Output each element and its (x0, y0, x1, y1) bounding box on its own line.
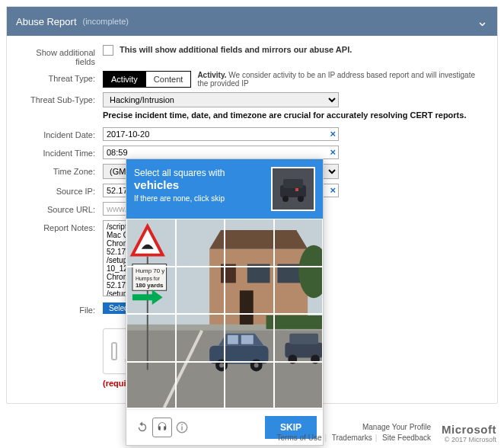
svg-rect-2 (283, 179, 303, 188)
collapse-icon[interactable]: ⌄ (477, 13, 488, 30)
clear-icon[interactable]: × (330, 147, 336, 158)
info-icon[interactable] (172, 418, 192, 437)
captcha-tile[interactable] (126, 267, 176, 315)
captcha-tile[interactable] (274, 219, 324, 267)
captcha-tile[interactable] (126, 314, 176, 362)
captcha-tile[interactable] (274, 362, 324, 410)
label-timezone: Time Zone: (19, 164, 103, 176)
recaptcha-checkbox[interactable] (111, 342, 117, 360)
captcha-tile[interactable] (176, 219, 225, 267)
captcha-tile[interactable] (225, 362, 274, 410)
panel-title: Abuse Report (16, 16, 77, 27)
label-show-additional: Show additional fields (19, 45, 103, 66)
label-source-url: Source URL: (19, 202, 103, 214)
label-incident-date: Incident Date: (19, 127, 103, 139)
svg-point-3 (282, 196, 289, 202)
svg-rect-5 (295, 188, 298, 191)
panel-header: Abuse Report (incomplete) ⌄ (7, 7, 497, 36)
svg-rect-36 (181, 424, 183, 426)
threat-type-desc: Activity. We consider activity to be an … (197, 71, 485, 88)
captcha-tile[interactable] (176, 267, 225, 315)
captcha-header: Select all squares with vehicles If ther… (126, 159, 323, 219)
captcha-tile[interactable] (126, 219, 176, 267)
panel-status: (incomplete) (83, 17, 129, 26)
tab-activity[interactable]: Activity (103, 71, 146, 88)
footer: Manage Your Profile Terms of Use| Tradem… (277, 422, 496, 443)
link-feedback[interactable]: Site Feedback (382, 434, 431, 442)
captcha-thumbnail (271, 167, 315, 211)
captcha-tile[interactable] (274, 314, 324, 362)
captcha-tile[interactable] (225, 267, 274, 315)
link-trademarks[interactable]: Trademarks (332, 434, 372, 442)
copyright: © 2017 Microsoft (445, 436, 496, 443)
checkbox-show-additional[interactable] (103, 45, 113, 56)
select-threat-subtype[interactable]: Hacking/Intrusion (103, 92, 339, 107)
input-incident-date[interactable] (103, 127, 339, 141)
link-manage-profile[interactable]: Manage Your Profile (362, 423, 431, 431)
captcha-tile[interactable] (225, 314, 274, 362)
captcha-tile[interactable] (225, 219, 274, 267)
captcha-popup: Select all squares with vehicles If ther… (126, 158, 324, 446)
warn-subtype: Precise incident time, date, and timezon… (103, 110, 485, 120)
captcha-tile[interactable] (176, 314, 225, 362)
captcha-grid: Hump 70 y Humps for 180 yards (126, 219, 323, 409)
svg-rect-35 (181, 427, 183, 430)
label-threat-type: Threat Type: (19, 71, 103, 83)
captcha-bold: vehicles (134, 179, 265, 191)
svg-point-4 (298, 196, 304, 202)
audio-icon[interactable] (152, 418, 172, 437)
captcha-tile[interactable] (274, 267, 324, 315)
captcha-tile[interactable] (126, 362, 176, 410)
tab-content[interactable]: Content (146, 71, 192, 88)
link-terms[interactable]: Terms of Use (277, 434, 322, 442)
label-incident-time: Incident Time: (19, 146, 103, 158)
reload-icon[interactable] (132, 418, 152, 437)
clear-icon[interactable]: × (330, 129, 336, 139)
clear-icon[interactable]: × (330, 185, 336, 196)
captcha-line1: Select all squares with (134, 168, 225, 178)
label-report-notes: Report Notes: (19, 220, 103, 232)
label-file: File: (19, 302, 103, 315)
label-threat-subtype: Threat Sub-Type: (19, 92, 103, 104)
captcha-tile[interactable] (176, 362, 225, 410)
label-source-ip: Source IP: (19, 184, 103, 196)
captcha-line2: If there are none, click skip (134, 193, 265, 205)
input-incident-time[interactable] (103, 146, 339, 159)
footer-links: Manage Your Profile Terms of Use| Tradem… (277, 422, 431, 443)
hint-show-additional: This will show additional fields and mir… (120, 45, 352, 54)
microsoft-logo: Microsoft (442, 423, 496, 436)
